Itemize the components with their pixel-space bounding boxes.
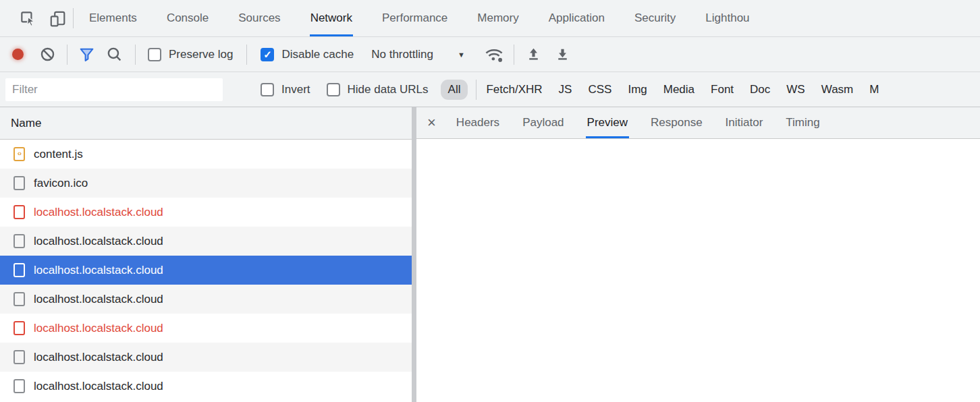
record-button[interactable]: [12, 49, 24, 60]
request-name: localhost.localstack.cloud: [34, 206, 163, 219]
document-file-icon: [13, 350, 25, 364]
json-property-line: ChallengeName: "PASSWORD_VERIFIER": [416, 168, 980, 189]
request-name: localhost.localstack.cloud: [34, 351, 163, 364]
network-content: Name ‹› content.js favicon.ico localhost…: [0, 107, 980, 402]
divider: [135, 45, 136, 65]
inspect-element-icon[interactable]: [19, 9, 36, 27]
table-row[interactable]: localhost.localstack.cloud: [0, 314, 412, 343]
tab-lighthouse[interactable]: Lighthou: [705, 0, 750, 36]
filter-type-all[interactable]: All: [441, 80, 468, 100]
request-list-panel: Name ‹› content.js favicon.ico localhost…: [0, 107, 412, 402]
disable-cache-label[interactable]: Disable cache: [281, 48, 354, 61]
main-tab-bar: Elements Console Sources Network Perform…: [0, 0, 980, 37]
throttling-select[interactable]: No throttling: [371, 48, 433, 61]
table-row[interactable]: localhost.localstack.cloud: [0, 372, 412, 401]
filter-type-manifest[interactable]: M: [869, 83, 879, 96]
filter-type-img[interactable]: Img: [628, 83, 647, 96]
json-property-line: SRP_B: "d001745fc62af15eb9a12de937fafac2…: [416, 252, 980, 272]
filter-type-doc[interactable]: Doc: [750, 83, 770, 96]
tab-response[interactable]: Response: [649, 107, 704, 138]
network-conditions-icon[interactable]: [484, 45, 504, 64]
request-name: content.js: [34, 148, 83, 161]
filter-type-fetch-xhr[interactable]: Fetch/XHR: [486, 83, 542, 96]
filter-type-media[interactable]: Media: [663, 83, 695, 96]
request-name: localhost.localstack.cloud: [34, 293, 163, 306]
table-row[interactable]: localhost.localstack.cloud: [0, 343, 412, 372]
detail-tab-bar: × Headers Payload Preview Response Initi…: [416, 107, 980, 139]
json-property-line: ▼ChallengeParameters: {USER_ID_FOR_SRP: …: [416, 189, 980, 210]
request-detail-panel: × Headers Payload Preview Response Initi…: [416, 107, 980, 402]
filter-type-ws[interactable]: WS: [786, 83, 805, 96]
hide-data-urls-label[interactable]: Hide data URLs: [348, 83, 429, 96]
invert-checkbox[interactable]: [261, 83, 274, 96]
filter-icon[interactable]: [78, 46, 95, 63]
panel-splitter[interactable]: [412, 107, 416, 402]
export-har-icon[interactable]: [554, 46, 571, 63]
request-name: favicon.ico: [34, 177, 88, 190]
request-name: localhost.localstack.cloud: [34, 380, 163, 393]
json-preview-tree: ▼{ChallengeName: "PASSWORD_VERIFIER",…} …: [416, 139, 980, 293]
tab-security[interactable]: Security: [634, 0, 676, 36]
tab-preview[interactable]: Preview: [586, 107, 629, 138]
divider: [246, 45, 247, 65]
tab-performance[interactable]: Performance: [381, 0, 448, 36]
json-property-line: SECRET_BLOCK: "ZWQ5ZGFkMWE=": [416, 231, 980, 252]
name-column-header[interactable]: Name: [0, 107, 412, 140]
document-file-icon: [13, 292, 25, 306]
divider: [514, 45, 514, 65]
table-row[interactable]: localhost.localstack.cloud: [0, 198, 412, 227]
tab-network[interactable]: Network: [310, 0, 353, 36]
tab-headers[interactable]: Headers: [455, 107, 501, 138]
invert-label[interactable]: Invert: [281, 83, 310, 96]
tab-sources[interactable]: Sources: [238, 0, 281, 36]
filter-type-css[interactable]: CSS: [588, 83, 611, 96]
document-file-icon: [13, 321, 25, 335]
search-icon[interactable]: [106, 46, 123, 63]
filter-bar: Invert Hide data URLs All Fetch/XHR JS C…: [0, 72, 980, 107]
clear-icon[interactable]: [39, 46, 56, 63]
request-name: localhost.localstack.cloud: [34, 322, 163, 335]
hide-data-urls-checkbox[interactable]: [327, 83, 340, 96]
disable-cache-checkbox[interactable]: ✓: [261, 48, 274, 61]
divider: [476, 80, 477, 100]
expander-triangle-icon[interactable]: ▼: [530, 209, 543, 210]
table-row[interactable]: localhost.localstack.cloud: [0, 227, 412, 256]
filter-type-font[interactable]: Font: [711, 83, 734, 96]
document-file-icon: [13, 263, 25, 277]
table-row-selected[interactable]: localhost.localstack.cloud: [0, 256, 412, 285]
request-name: localhost.localstack.cloud: [34, 235, 163, 248]
document-file-icon: [13, 176, 25, 190]
import-har-icon[interactable]: [525, 46, 542, 63]
json-property-line: SALT: "89b54330": [416, 210, 980, 231]
chevron-down-icon[interactable]: ▼: [458, 51, 465, 59]
table-row[interactable]: ‹› content.js: [0, 140, 412, 169]
json-property-line: USER_ID_FOR_SRP: "test@example.com": [416, 272, 980, 293]
document-file-icon: [13, 379, 25, 393]
tab-console[interactable]: Console: [166, 0, 209, 36]
script-file-icon: ‹›: [13, 147, 25, 161]
request-name: localhost.localstack.cloud: [34, 264, 163, 277]
tab-timing[interactable]: Timing: [784, 107, 821, 138]
tab-application[interactable]: Application: [548, 0, 605, 36]
preserve-log-label[interactable]: Preserve log: [169, 48, 233, 61]
preserve-log-checkbox[interactable]: [148, 48, 161, 61]
tab-elements[interactable]: Elements: [88, 0, 138, 36]
divider: [73, 8, 74, 28]
close-icon[interactable]: ×: [427, 115, 436, 130]
filter-type-wasm[interactable]: Wasm: [821, 83, 854, 96]
tab-payload[interactable]: Payload: [521, 107, 565, 138]
device-toolbar-icon[interactable]: [49, 9, 66, 27]
filter-type-js[interactable]: JS: [559, 83, 572, 96]
network-toolbar: Preserve log ✓ Disable cache No throttli…: [0, 37, 980, 72]
tab-memory[interactable]: Memory: [477, 0, 519, 36]
table-row[interactable]: localhost.localstack.cloud: [0, 285, 412, 314]
devtools-window: Elements Console Sources Network Perform…: [0, 0, 980, 402]
expander-triangle-icon[interactable]: ▼: [516, 167, 528, 168]
document-file-icon: [13, 205, 25, 219]
check-icon: ✓: [263, 49, 272, 61]
tab-initiator[interactable]: Initiator: [724, 107, 765, 138]
divider: [67, 45, 67, 65]
filter-input[interactable]: [5, 78, 223, 101]
table-row[interactable]: favicon.ico: [0, 169, 412, 198]
json-root-line: ▼{ChallengeName: "PASSWORD_VERIFIER",…}: [416, 147, 980, 168]
